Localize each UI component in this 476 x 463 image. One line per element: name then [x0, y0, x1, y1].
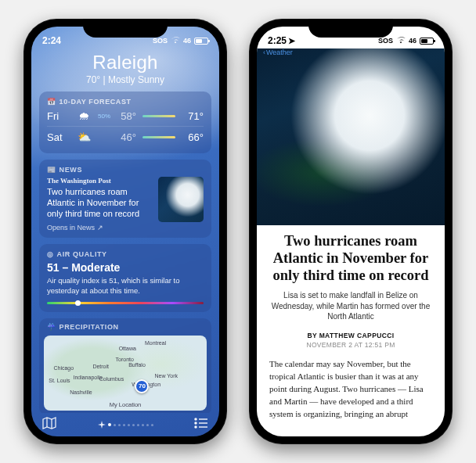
- forecast-day: Sat: [47, 131, 72, 143]
- forecast-high: 71°: [182, 110, 204, 122]
- open-in-news-link[interactable]: Opens in News ↗: [47, 224, 152, 232]
- status-time: 2:25: [268, 35, 287, 46]
- wifi-icon: [171, 37, 180, 45]
- article-title: Two hurricanes roam Atlantic in November…: [269, 233, 432, 284]
- my-location-pin[interactable]: 70: [135, 379, 149, 393]
- aq-description: Air quality index is 51, which is simila…: [47, 276, 204, 296]
- chevron-left-icon: ‹: [263, 48, 265, 56]
- article-deck: Lisa is set to make landfall in Belize o…: [269, 290, 432, 322]
- partly-cloudy-icon: ⛅: [72, 131, 96, 143]
- forecast-day: Fri: [47, 110, 72, 122]
- my-location-label: My Location: [110, 401, 141, 408]
- current-condition: Mostly Sunny: [108, 74, 164, 85]
- status-battery: 46: [409, 37, 416, 45]
- map-city-label: Indianapolis: [73, 375, 102, 380]
- location-services-icon: ➤: [288, 36, 295, 46]
- status-sos: SOS: [153, 37, 168, 45]
- status-battery: 46: [183, 37, 191, 45]
- forecast-low: 46°: [113, 131, 136, 143]
- map-city-label: Toronto: [116, 357, 134, 362]
- phone-article: 2:25➤ SOS 46 ‹ Weather Two hurricanes ro…: [249, 19, 453, 444]
- map-city-label: Buffalo: [128, 362, 146, 368]
- notch: [83, 19, 168, 38]
- temp-range-bar: [142, 115, 175, 117]
- article-body[interactable]: Two hurricanes roam Atlantic in November…: [257, 225, 445, 421]
- aq-scale-bar: [47, 302, 204, 304]
- city-name: Raleigh: [31, 52, 219, 74]
- phone-weather: 2:24 SOS 46 Raleigh 70° | Mostly Sunny: [23, 19, 227, 444]
- forecast-row[interactable]: Sat ⛅ 46° 66°: [47, 126, 204, 147]
- aq-value: 51 – Moderate: [47, 261, 204, 274]
- map-city-label: New York: [154, 373, 178, 379]
- status-sos: SOS: [378, 37, 393, 45]
- article-byline: MATTHEW CAPPUCCI: [319, 332, 395, 339]
- back-to-weather-button[interactable]: ‹ Weather: [263, 48, 293, 56]
- weather-screen: 2:24 SOS 46 Raleigh 70° | Mostly Sunny: [31, 27, 219, 436]
- news-source: The Washington Post: [47, 177, 152, 185]
- map-city-label: Detroit: [92, 364, 109, 369]
- forecast-pop: 50%: [96, 113, 113, 120]
- article-hero-image: [257, 48, 445, 225]
- umbrella-icon: ☔: [47, 323, 56, 331]
- forecast-low: 58°: [113, 110, 136, 122]
- notch: [308, 19, 393, 38]
- article-text: The calendar may say November, but the t…: [269, 358, 432, 421]
- air-quality-card[interactable]: ◎AIR QUALITY 51 – Moderate Air quality i…: [39, 244, 211, 312]
- news-card[interactable]: 📰NEWS The Washington Post Two hurricanes…: [39, 160, 211, 238]
- aq-icon: ◎: [47, 250, 54, 258]
- news-icon: 📰: [47, 166, 56, 174]
- location-header[interactable]: Raleigh 70° | Mostly Sunny: [31, 52, 219, 85]
- forecast-card[interactable]: 📅10-DAY FORECAST Fri 🌧 50% 58° 71° Sat ⛅…: [39, 92, 211, 153]
- aq-heading: AIR QUALITY: [57, 250, 107, 258]
- precipitation-card[interactable]: ☔PRECIPITATION Montreal Ottawa Toronto C…: [39, 318, 211, 413]
- forecast-heading: 10-DAY FORECAST: [60, 98, 132, 106]
- precipitation-map[interactable]: Montreal Ottawa Toronto Chicago Detroit …: [44, 336, 207, 411]
- battery-icon: [194, 38, 208, 45]
- rain-icon: 🌧: [72, 109, 96, 122]
- temp-range-bar: [142, 136, 175, 138]
- map-city-label: Ottawa: [119, 346, 136, 351]
- map-city-label: Columbus: [99, 376, 124, 382]
- news-thumbnail: [158, 177, 204, 222]
- map-city-label: St. Louis: [49, 378, 70, 383]
- battery-icon: [420, 38, 434, 45]
- news-headline: Two hurricanes roam Atlantic in November…: [47, 187, 152, 219]
- map-city-label: Montreal: [145, 340, 166, 346]
- calendar-icon: 📅: [47, 98, 56, 106]
- map-city-label: Nashville: [70, 389, 92, 395]
- precip-heading: PRECIPITATION: [60, 323, 119, 331]
- forecast-high: 66°: [182, 131, 204, 143]
- article-date: NOVEMBER 2 AT 12:51 PM: [306, 341, 395, 349]
- forecast-row[interactable]: Fri 🌧 50% 58° 71°: [47, 106, 204, 126]
- article-screen: 2:25➤ SOS 46 ‹ Weather Two hurricanes ro…: [257, 27, 445, 436]
- status-time: 2:24: [42, 35, 61, 46]
- wifi-icon: [396, 37, 406, 45]
- map-city-label: Chicago: [53, 365, 74, 371]
- current-temp: 70°: [86, 74, 100, 85]
- news-heading: NEWS: [60, 166, 82, 174]
